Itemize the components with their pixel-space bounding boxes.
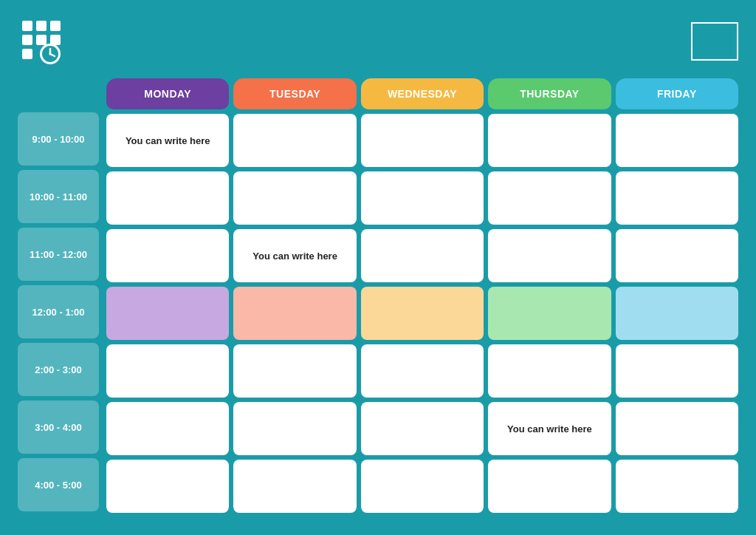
cell-monday-1[interactable] bbox=[106, 171, 229, 225]
cell-tuesday-2[interactable]: You can write here bbox=[233, 229, 356, 282]
day-header-thursday: THURSDAY bbox=[488, 78, 611, 109]
day-column-monday: MONDAYYou can write here bbox=[106, 78, 229, 517]
svg-point-11 bbox=[49, 53, 52, 55]
time-slot-4: 2:00 - 3:00 bbox=[18, 343, 99, 396]
day-column-friday: FRIDAY bbox=[616, 78, 738, 517]
day-column-wednesday: WEDNESDAY bbox=[361, 78, 484, 517]
day-header-tuesday: TUESDAY bbox=[233, 78, 356, 109]
cell-friday-5[interactable] bbox=[616, 402, 738, 455]
cell-monday-2[interactable] bbox=[106, 229, 229, 282]
cell-tuesday-1[interactable] bbox=[233, 171, 356, 225]
cell-wednesday-3[interactable] bbox=[361, 287, 484, 340]
logo-placeholder bbox=[691, 22, 738, 61]
cell-friday-0[interactable] bbox=[616, 114, 738, 167]
cell-thursday-3[interactable] bbox=[488, 287, 611, 340]
cell-thursday-5[interactable]: You can write here bbox=[488, 402, 611, 455]
day-header-monday: MONDAY bbox=[106, 78, 229, 109]
time-column: 9:00 - 10:0010:00 - 11:0011:00 - 12:0012… bbox=[18, 78, 99, 517]
cell-thursday-1[interactable] bbox=[488, 171, 611, 225]
svg-rect-1 bbox=[36, 21, 47, 31]
days-grid: MONDAYYou can write hereTUESDAYYou can w… bbox=[106, 78, 738, 517]
svg-rect-6 bbox=[22, 49, 32, 59]
cell-thursday-0[interactable] bbox=[488, 114, 611, 167]
svg-rect-5 bbox=[50, 35, 61, 45]
cell-wednesday-0[interactable] bbox=[361, 114, 484, 167]
cell-tuesday-6[interactable] bbox=[233, 460, 356, 513]
cell-monday-4[interactable] bbox=[106, 344, 229, 398]
header bbox=[18, 18, 738, 65]
header-left bbox=[18, 18, 77, 65]
day-column-tuesday: TUESDAYYou can write here bbox=[233, 78, 356, 517]
cell-thursday-4[interactable] bbox=[488, 344, 611, 398]
cell-friday-1[interactable] bbox=[616, 171, 738, 225]
time-slot-0: 9:00 - 10:00 bbox=[18, 112, 99, 166]
time-slot-6: 4:00 - 5:00 bbox=[18, 458, 99, 511]
time-slot-3: 12:00 - 1:00 bbox=[18, 285, 99, 338]
day-header-friday: FRIDAY bbox=[616, 78, 738, 109]
cell-monday-5[interactable] bbox=[106, 402, 229, 455]
day-column-thursday: THURSDAYYou can write here bbox=[488, 78, 611, 517]
schedule-container: 9:00 - 10:0010:00 - 11:0011:00 - 12:0012… bbox=[18, 78, 738, 517]
cell-monday-6[interactable] bbox=[106, 460, 229, 513]
cell-wednesday-5[interactable] bbox=[361, 402, 484, 455]
day-header-wednesday: WEDNESDAY bbox=[361, 78, 484, 109]
cell-tuesday-0[interactable] bbox=[233, 114, 356, 167]
cell-thursday-6[interactable] bbox=[488, 460, 611, 513]
schedule-icon bbox=[18, 18, 65, 65]
svg-rect-4 bbox=[36, 35, 47, 45]
time-slot-1: 10:00 - 11:00 bbox=[18, 170, 99, 223]
svg-rect-3 bbox=[22, 35, 32, 45]
cell-wednesday-2[interactable] bbox=[361, 229, 484, 282]
time-slot-2: 11:00 - 12:00 bbox=[18, 228, 99, 281]
time-slot-5: 3:00 - 4:00 bbox=[18, 401, 99, 454]
cell-wednesday-6[interactable] bbox=[361, 460, 484, 513]
cell-friday-6[interactable] bbox=[616, 460, 738, 513]
cell-wednesday-1[interactable] bbox=[361, 171, 484, 225]
svg-rect-0 bbox=[22, 21, 32, 31]
cell-friday-2[interactable] bbox=[616, 229, 738, 282]
cell-friday-4[interactable] bbox=[616, 344, 738, 398]
cell-thursday-2[interactable] bbox=[488, 229, 611, 282]
cell-tuesday-5[interactable] bbox=[233, 402, 356, 455]
cell-monday-0[interactable]: You can write here bbox=[106, 114, 229, 167]
cell-monday-3[interactable] bbox=[106, 287, 229, 340]
cell-tuesday-4[interactable] bbox=[233, 344, 356, 398]
cell-tuesday-3[interactable] bbox=[233, 287, 356, 340]
cell-wednesday-4[interactable] bbox=[361, 344, 484, 398]
cell-friday-3[interactable] bbox=[616, 287, 738, 340]
svg-rect-2 bbox=[50, 21, 61, 31]
